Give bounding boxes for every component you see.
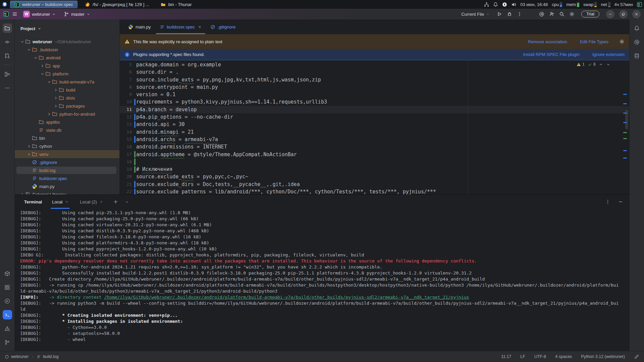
edit-file-types-link[interactable]: Edit File Types [580,39,608,44]
tree-item-build-armeabi-v7a[interactable]: build-armeabi-v7a [15,78,119,86]
run-config-selector[interactable]: Current File [459,11,492,18]
chevron-right-icon[interactable] [19,192,25,195]
project-folder-icon[interactable] [3,23,12,33]
line-number[interactable]: 5 [120,61,136,68]
more-vertical-icon[interactable] [517,11,522,17]
window-maximize-icon[interactable] [619,10,628,18]
chevron-right-icon[interactable] [26,152,32,157]
line-number[interactable]: 21 [120,181,136,188]
chevron-down-icon[interactable] [125,200,129,204]
more-horizontal-icon[interactable] [3,83,12,93]
chevron-down-icon[interactable] [606,62,610,67]
tree-item-packages[interactable]: packages [15,102,119,110]
chevron-up-icon[interactable] [599,62,603,67]
breadcrumb-webruner[interactable]: webruner [5,354,29,359]
tree-item-.gitignore[interactable]: .gitignore [15,158,119,166]
pull-requests-icon[interactable] [3,51,12,60]
chevron-right-icon[interactable] [53,96,59,100]
line-number[interactable]: 12 [120,113,136,121]
tree-item-cython[interactable]: cython [15,142,119,150]
problems-icon[interactable] [3,324,12,333]
gear-icon[interactable] [619,39,625,44]
line-number[interactable]: 9 [120,91,136,98]
tree-item-platform[interactable]: platform [15,70,119,78]
tree-item-bin[interactable]: bin [15,134,119,142]
chevron-right-icon[interactable] [46,112,52,116]
chevron-right-icon[interactable] [40,64,45,68]
window-minimize-icon[interactable] [606,10,614,18]
remove-association-link[interactable]: Remove association [528,39,567,44]
notifications-icon[interactable] [632,23,642,33]
tree-item-buildozer.spec[interactable]: buildozer.spec [15,174,119,182]
tree-item-android[interactable]: android [15,54,119,62]
search-icon[interactable] [559,11,565,17]
chevron-down-icon[interactable] [40,72,45,76]
python-packages-icon[interactable] [3,269,12,278]
tree-item-build[interactable]: build [15,86,119,94]
status-item[interactable]: UTF-8 [534,354,546,359]
line-number[interactable]: 15 [120,136,136,143]
install-plugin-link[interactable]: Install RPM SPEC File plugin [523,52,580,57]
python-console-icon[interactable] [3,296,12,306]
taskbar-window-button[interactable]: /fs/ - Днищетред [ № 129 ] ... [81,1,153,8]
editor-tab-buildozer.spec[interactable]: buildozer.spec [155,19,206,34]
chevron-right-icon[interactable] [53,104,59,108]
breadcrumb-build.log[interactable]: build.log [37,354,59,359]
terminal-output[interactable]: [DEBUG]: Using cached pip-25.1.1-py3-non… [15,209,629,351]
tree-item-.buildozer[interactable]: .buildozer [15,46,119,54]
line-number[interactable]: 11 [120,106,136,113]
line-number[interactable]: 8 [120,83,136,91]
minimize-icon[interactable] [618,199,623,204]
line-number[interactable]: 22 [120,188,136,194]
pycharm-icon[interactable]: PC [637,2,642,7]
structure-icon[interactable] [3,69,12,79]
taskbar-window-button[interactable]: bin - Thunar [157,1,196,8]
volume-icon[interactable] [511,2,516,7]
chevron-right-icon[interactable] [53,88,59,92]
line-number[interactable]: 6 [120,68,136,76]
commit-icon[interactable] [3,37,12,47]
tree-item-webruner[interactable]: webruner~/GitHub/webruner [15,38,119,46]
run-icon[interactable] [497,11,502,17]
tree-item-python-for-android[interactable]: python-for-android [15,110,119,118]
debug-icon[interactable] [507,11,512,17]
app-menu-icon[interactable] [2,2,7,7]
services-icon[interactable] [3,283,12,292]
editor-tab-main.py[interactable]: main.py [124,19,155,34]
project-widget[interactable]: W webruner [21,10,58,18]
hamburger-menu-icon[interactable] [12,11,17,17]
tree-item-state.db[interactable]: state.db [15,126,119,134]
close-tab-icon[interactable] [65,200,68,203]
line-number[interactable]: 16 [120,143,136,150]
line-number[interactable]: 7 [120,76,136,83]
tree-item-applibs[interactable]: applibs [15,118,119,126]
tree-item-main.py[interactable]: main.py [15,182,119,190]
pencil-icon[interactable] [634,354,639,359]
tree-item-app[interactable]: app [15,62,119,70]
editor-tab-.gitignore[interactable]: .gitignore [206,19,240,34]
tree-item-venv[interactable]: venv [15,150,119,158]
inspections-widget[interactable]: 1 8 [577,62,610,67]
line-number[interactable]: 14 [120,128,136,136]
status-item[interactable]: 4 spaces [555,354,572,359]
database-icon[interactable] [632,51,642,60]
tree-item-External Libraries[interactable]: External Libraries [15,190,119,194]
taskbar-window-button[interactable]: PCwebruner – buildozer.spec [10,1,77,8]
terminal-icon[interactable] [3,310,12,319]
ai-assistant-icon[interactable] [539,11,544,17]
version-control-icon[interactable] [3,338,12,347]
terminal-tab-Local (2)[interactable]: Local (2) [78,195,104,209]
line-number[interactable]: 13 [120,121,136,128]
line-number[interactable]: 17 [120,151,136,158]
ignore-extension-link[interactable]: Ignore extension [592,52,625,57]
tree-item-dists[interactable]: dists [15,94,119,102]
close-tab-icon[interactable] [198,25,202,29]
terminal-tab-Local[interactable]: Local [51,195,70,209]
code-editor[interactable]: 1 8 5package.domain = org.example6source… [120,60,629,194]
chevron-right-icon[interactable] [26,144,32,148]
license-badge[interactable]: Trial [581,11,599,17]
notifications-icon[interactable] [493,2,498,7]
chevron-down-icon[interactable] [46,80,52,84]
line-number[interactable]: 20 [120,173,136,180]
chevron-down-icon[interactable] [33,56,39,60]
